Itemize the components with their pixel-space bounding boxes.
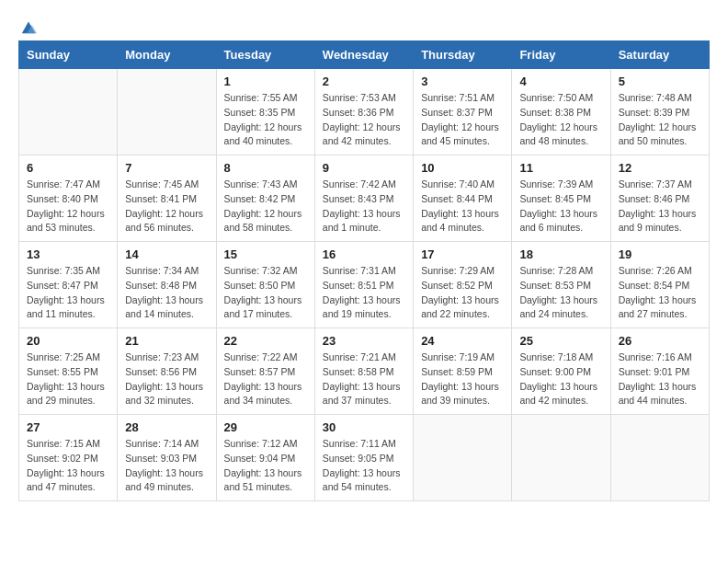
day-info: Sunrise: 7:48 AMSunset: 8:39 PMDaylight:…: [619, 91, 701, 149]
day-info: Sunrise: 7:34 AMSunset: 8:48 PMDaylight:…: [125, 264, 208, 322]
day-number: 24: [421, 334, 504, 348]
day-number: 18: [519, 247, 602, 261]
day-info: Sunrise: 7:19 AMSunset: 8:59 PMDaylight:…: [421, 350, 504, 408]
day-number: 29: [224, 420, 307, 434]
day-cell: 15Sunrise: 7:32 AMSunset: 8:50 PMDayligh…: [216, 242, 314, 328]
day-cell: 29Sunrise: 7:12 AMSunset: 9:04 PMDayligh…: [216, 415, 314, 501]
header-day-sunday: Sunday: [19, 41, 118, 69]
day-number: 15: [224, 247, 307, 261]
logo-icon: [20, 18, 37, 35]
header-day-tuesday: Tuesday: [216, 41, 314, 69]
day-info: Sunrise: 7:18 AMSunset: 9:00 PMDaylight:…: [519, 350, 602, 408]
day-cell: 3Sunrise: 7:51 AMSunset: 8:37 PMDaylight…: [414, 69, 512, 155]
day-info: Sunrise: 7:22 AMSunset: 8:57 PMDaylight:…: [224, 350, 307, 408]
day-number: 6: [27, 161, 109, 175]
day-info: Sunrise: 7:25 AMSunset: 8:55 PMDaylight:…: [27, 350, 109, 408]
day-info: Sunrise: 7:28 AMSunset: 8:53 PMDaylight:…: [519, 264, 602, 322]
day-number: 2: [323, 75, 405, 88]
day-cell: 21Sunrise: 7:23 AMSunset: 8:56 PMDayligh…: [118, 328, 216, 415]
day-info: Sunrise: 7:42 AMSunset: 8:43 PMDaylight:…: [323, 178, 405, 236]
day-cell: 16Sunrise: 7:31 AMSunset: 8:51 PMDayligh…: [314, 242, 413, 328]
day-cell: [19, 69, 118, 155]
day-number: 10: [421, 161, 504, 175]
day-cell: [512, 415, 610, 501]
day-cell: [118, 69, 216, 155]
day-info: Sunrise: 7:53 AMSunset: 8:36 PMDaylight:…: [323, 91, 405, 149]
day-cell: 20Sunrise: 7:25 AMSunset: 8:55 PMDayligh…: [19, 328, 118, 415]
day-number: 9: [323, 161, 405, 175]
day-number: 5: [619, 75, 701, 88]
day-info: Sunrise: 7:31 AMSunset: 8:51 PMDaylight:…: [323, 264, 405, 322]
day-info: Sunrise: 7:55 AMSunset: 8:35 PMDaylight:…: [224, 91, 307, 149]
day-info: Sunrise: 7:40 AMSunset: 8:44 PMDaylight:…: [421, 178, 504, 236]
day-info: Sunrise: 7:14 AMSunset: 9:03 PMDaylight:…: [125, 437, 208, 495]
week-row-2: 6Sunrise: 7:47 AMSunset: 8:40 PMDaylight…: [19, 155, 710, 242]
day-cell: 18Sunrise: 7:28 AMSunset: 8:53 PMDayligh…: [512, 242, 610, 328]
week-row-4: 20Sunrise: 7:25 AMSunset: 8:55 PMDayligh…: [19, 328, 710, 415]
day-number: 28: [125, 420, 208, 434]
week-row-5: 27Sunrise: 7:15 AMSunset: 9:02 PMDayligh…: [19, 415, 710, 501]
day-number: 13: [27, 247, 109, 261]
day-info: Sunrise: 7:15 AMSunset: 9:02 PMDaylight:…: [27, 437, 109, 495]
day-cell: 22Sunrise: 7:22 AMSunset: 8:57 PMDayligh…: [216, 328, 314, 415]
day-number: 30: [323, 420, 405, 434]
day-number: 21: [125, 334, 208, 348]
day-cell: 30Sunrise: 7:11 AMSunset: 9:05 PMDayligh…: [314, 415, 413, 501]
day-info: Sunrise: 7:35 AMSunset: 8:47 PMDaylight:…: [27, 264, 109, 322]
day-cell: 7Sunrise: 7:45 AMSunset: 8:41 PMDaylight…: [118, 155, 216, 242]
day-cell: 2Sunrise: 7:53 AMSunset: 8:36 PMDaylight…: [314, 69, 413, 155]
day-cell: 12Sunrise: 7:37 AMSunset: 8:46 PMDayligh…: [610, 155, 709, 242]
day-info: Sunrise: 7:50 AMSunset: 8:38 PMDaylight:…: [519, 91, 602, 149]
day-info: Sunrise: 7:11 AMSunset: 9:05 PMDaylight:…: [323, 437, 405, 495]
day-number: 26: [619, 334, 701, 348]
day-number: 12: [619, 161, 701, 175]
day-cell: 1Sunrise: 7:55 AMSunset: 8:35 PMDaylight…: [216, 69, 314, 155]
day-info: Sunrise: 7:29 AMSunset: 8:52 PMDaylight:…: [421, 264, 504, 322]
day-info: Sunrise: 7:43 AMSunset: 8:42 PMDaylight:…: [224, 178, 307, 236]
day-number: 16: [323, 247, 405, 261]
day-info: Sunrise: 7:32 AMSunset: 8:50 PMDaylight:…: [224, 264, 307, 322]
day-info: Sunrise: 7:26 AMSunset: 8:54 PMDaylight:…: [619, 264, 701, 322]
day-info: Sunrise: 7:21 AMSunset: 8:58 PMDaylight:…: [323, 350, 405, 408]
day-cell: 27Sunrise: 7:15 AMSunset: 9:02 PMDayligh…: [19, 415, 118, 501]
header-day-monday: Monday: [118, 41, 216, 69]
header: [18, 18, 710, 35]
day-cell: 13Sunrise: 7:35 AMSunset: 8:47 PMDayligh…: [19, 242, 118, 328]
day-number: 7: [125, 161, 208, 175]
day-number: 3: [421, 75, 504, 88]
day-number: 27: [27, 420, 109, 434]
day-number: 14: [125, 247, 208, 261]
day-number: 19: [619, 247, 701, 261]
day-cell: 24Sunrise: 7:19 AMSunset: 8:59 PMDayligh…: [414, 328, 512, 415]
day-number: 22: [224, 334, 307, 348]
day-number: 4: [519, 75, 602, 88]
day-cell: 11Sunrise: 7:39 AMSunset: 8:45 PMDayligh…: [512, 155, 610, 242]
day-cell: 17Sunrise: 7:29 AMSunset: 8:52 PMDayligh…: [414, 242, 512, 328]
day-number: 8: [224, 161, 307, 175]
day-cell: 14Sunrise: 7:34 AMSunset: 8:48 PMDayligh…: [118, 242, 216, 328]
week-row-1: 1Sunrise: 7:55 AMSunset: 8:35 PMDaylight…: [19, 69, 710, 155]
day-info: Sunrise: 7:51 AMSunset: 8:37 PMDaylight:…: [421, 91, 504, 149]
day-number: 11: [519, 161, 602, 175]
day-cell: 8Sunrise: 7:43 AMSunset: 8:42 PMDaylight…: [216, 155, 314, 242]
header-day-saturday: Saturday: [610, 41, 709, 69]
day-cell: 28Sunrise: 7:14 AMSunset: 9:03 PMDayligh…: [118, 415, 216, 501]
day-cell: 4Sunrise: 7:50 AMSunset: 8:38 PMDaylight…: [512, 69, 610, 155]
day-cell: [414, 415, 512, 501]
day-cell: 5Sunrise: 7:48 AMSunset: 8:39 PMDaylight…: [610, 69, 709, 155]
header-day-friday: Friday: [512, 41, 610, 69]
day-info: Sunrise: 7:45 AMSunset: 8:41 PMDaylight:…: [125, 178, 208, 236]
day-info: Sunrise: 7:16 AMSunset: 9:01 PMDaylight:…: [619, 350, 701, 408]
day-cell: 10Sunrise: 7:40 AMSunset: 8:44 PMDayligh…: [414, 155, 512, 242]
day-info: Sunrise: 7:39 AMSunset: 8:45 PMDaylight:…: [519, 178, 602, 236]
header-day-thursday: Thursday: [414, 41, 512, 69]
day-number: 23: [323, 334, 405, 348]
day-number: 1: [224, 75, 307, 88]
day-cell: 19Sunrise: 7:26 AMSunset: 8:54 PMDayligh…: [610, 242, 709, 328]
day-info: Sunrise: 7:23 AMSunset: 8:56 PMDaylight:…: [125, 350, 208, 408]
day-cell: [610, 415, 709, 501]
day-number: 20: [27, 334, 109, 348]
day-number: 17: [421, 247, 504, 261]
day-cell: 6Sunrise: 7:47 AMSunset: 8:40 PMDaylight…: [19, 155, 118, 242]
day-cell: 9Sunrise: 7:42 AMSunset: 8:43 PMDaylight…: [314, 155, 413, 242]
